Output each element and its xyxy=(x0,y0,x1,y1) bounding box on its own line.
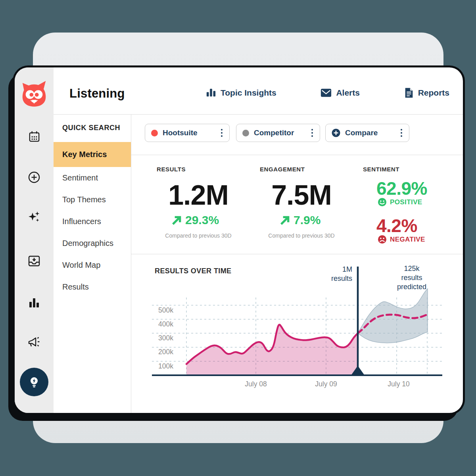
engagement-metric-change: 7.9% xyxy=(280,213,321,227)
sidebar-item-top-themes[interactable]: Top Themes xyxy=(54,189,131,211)
rail-item-create[interactable] xyxy=(15,171,54,184)
header-divider xyxy=(54,114,463,115)
annotation-line: predicted xyxy=(380,282,443,292)
lightbulb-icon xyxy=(27,375,41,389)
analytics-bars-icon xyxy=(28,297,40,309)
plus-circle-icon xyxy=(332,129,340,137)
engagement-metric-label: ENGAGEMENT xyxy=(260,166,305,173)
svg-text:200k: 200k xyxy=(158,348,173,356)
results-metric-label: RESULTS xyxy=(157,166,186,173)
frown-face-icon xyxy=(378,235,387,244)
sidebar-item-label: Demographics xyxy=(62,239,113,248)
sparkles-icon xyxy=(27,210,41,224)
trend-up-icon xyxy=(171,215,182,226)
annotation-line: 125k xyxy=(380,264,443,273)
page: { "window": { "title": "Listening" }, "t… xyxy=(0,0,476,476)
chip-competitor[interactable]: Competitor xyxy=(236,124,320,142)
annotation-predicted: 125k results predicted xyxy=(380,264,443,292)
quick-search-title: QUICK SEARCH xyxy=(62,124,120,132)
sidebar-item-label: Influencers xyxy=(62,217,101,226)
results-metric-caption: Compared to previous 30D xyxy=(151,232,246,239)
sidebar-item-label: Key Metrics xyxy=(62,150,107,159)
chip-compare[interactable]: Compare xyxy=(325,124,409,142)
panel-divider xyxy=(131,114,131,413)
nav-reports[interactable]: Reports xyxy=(404,87,449,98)
svg-text:July 08: July 08 xyxy=(245,380,267,388)
bar-chart-icon xyxy=(206,88,216,98)
trend-up-icon xyxy=(280,215,290,226)
engagement-metric-value: 7.5M xyxy=(254,179,349,211)
sidebar-item-label: Results xyxy=(62,282,89,292)
sidebar-item-world-map[interactable]: World Map xyxy=(54,254,131,276)
megaphone-icon xyxy=(27,337,41,349)
svg-text:100k: 100k xyxy=(158,362,173,370)
results-metric-value: 1.2M xyxy=(151,179,246,211)
sentiment-metric-label: SENTIMENT xyxy=(363,166,399,173)
envelope-icon xyxy=(321,88,332,98)
sidebar-item-key-metrics[interactable]: Key Metrics xyxy=(54,142,131,167)
annotation-line: results xyxy=(309,274,352,283)
smiley-face-icon xyxy=(378,198,387,207)
inbox-icon xyxy=(28,255,40,267)
sentiment-positive-value: 62.9% xyxy=(376,178,427,199)
sidebar-item-label: Sentiment xyxy=(62,173,98,182)
change-value: 29.3% xyxy=(185,213,219,227)
rail-item-inbox[interactable] xyxy=(15,254,54,268)
nav-alerts[interactable]: Alerts xyxy=(321,88,360,98)
kebab-menu-icon[interactable] xyxy=(220,128,224,138)
annotation-line: 1M xyxy=(309,265,352,274)
nav-label: Alerts xyxy=(336,88,360,98)
change-value: 7.9% xyxy=(294,213,321,227)
chip-label: Compare xyxy=(345,129,395,137)
svg-text:July 09: July 09 xyxy=(315,380,337,388)
sidebar-item-sentiment[interactable]: Sentiment xyxy=(54,167,131,189)
rail-item-planner[interactable] xyxy=(15,130,54,143)
rail-item-amplify[interactable] xyxy=(15,336,54,350)
kebab-menu-icon[interactable] xyxy=(400,128,403,138)
plus-circle-outline-icon xyxy=(28,171,40,184)
nav-label: Topic Insights xyxy=(221,88,276,98)
rail-item-analytics[interactable] xyxy=(15,296,54,309)
sentiment-positive-row: POSITIVE xyxy=(378,198,422,207)
calendar-icon xyxy=(28,131,40,143)
nav-label: Reports xyxy=(418,88,449,98)
sidebar-item-results[interactable]: Results xyxy=(54,276,131,298)
icon-rail xyxy=(15,67,54,413)
metrics-divider xyxy=(131,254,463,254)
chips-divider xyxy=(131,155,463,155)
chip-label: Competitor xyxy=(254,129,306,137)
rail-item-ideas[interactable] xyxy=(15,368,54,396)
kebab-menu-icon[interactable] xyxy=(311,128,314,138)
sidebar-item-label: Top Themes xyxy=(62,195,106,204)
svg-text:400k: 400k xyxy=(158,320,173,328)
rail-item-ai[interactable] xyxy=(15,210,54,224)
results-metric-change: 29.3% xyxy=(171,213,219,227)
sentiment-negative-value: 4.2% xyxy=(376,215,417,236)
nav-topic-insights[interactable]: Topic Insights xyxy=(206,88,276,98)
sentiment-positive-label: POSITIVE xyxy=(390,198,422,206)
sidebar-item-label: World Map xyxy=(62,261,100,270)
report-icon xyxy=(404,87,414,98)
page-title: Listening xyxy=(69,86,125,101)
sidebar-item-demographics[interactable]: Demographics xyxy=(54,232,131,254)
lightbulb-button xyxy=(20,368,48,396)
hootsuite-dot-icon xyxy=(151,130,158,136)
owl-icon xyxy=(19,79,50,109)
sentiment-negative-row: NEGATIVE xyxy=(378,235,425,244)
competitor-dot-icon xyxy=(242,130,249,136)
annotation-line: results xyxy=(380,273,443,282)
engagement-metric-caption: Compared to previous 30D xyxy=(254,232,349,239)
svg-text:300k: 300k xyxy=(158,334,173,342)
top-nav: Topic Insights Alerts Reports xyxy=(206,87,449,98)
chip-hootsuite[interactable]: Hootsuite xyxy=(145,124,230,142)
hootsuite-logo[interactable] xyxy=(15,76,54,112)
svg-text:July 10: July 10 xyxy=(388,380,410,388)
app-window: Listening Topic Insights Alerts xyxy=(15,67,463,413)
sentiment-negative-label: NEGATIVE xyxy=(390,236,425,244)
svg-text:500k: 500k xyxy=(158,306,173,314)
annotation-current: 1M results xyxy=(309,265,352,283)
chip-label: Hootsuite xyxy=(163,129,215,137)
sidebar-item-influencers[interactable]: Influencers xyxy=(54,211,131,232)
